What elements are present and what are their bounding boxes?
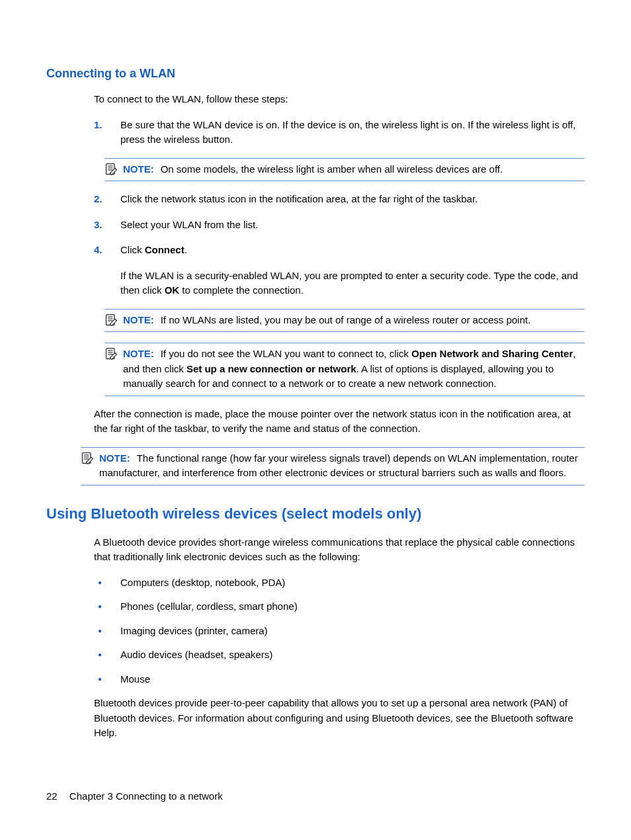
note-content: NOTE:If you do not see the WLAN you want… bbox=[123, 347, 585, 392]
note-icon bbox=[81, 452, 94, 465]
list-item: Computers (desktop, notebook, PDA) bbox=[94, 575, 585, 591]
note-icon bbox=[105, 347, 118, 360]
wlan-after-connection: After the connection is made, place the … bbox=[94, 407, 585, 437]
page-footer: 22 Chapter 3 Connecting to a network bbox=[46, 789, 223, 804]
step-text: Select your WLAN from the list. bbox=[120, 219, 258, 230]
note-label: NOTE: bbox=[123, 163, 154, 175]
note-content: NOTE:On some models, the wireless light … bbox=[123, 162, 585, 177]
note-label: NOTE: bbox=[123, 348, 154, 359]
wlan-steps-list-cont: 2. Click the network status icon in the … bbox=[94, 192, 585, 298]
note-icon bbox=[105, 314, 118, 327]
step-number: 3. bbox=[94, 218, 103, 233]
note-content: NOTE:The functional range (how far your … bbox=[99, 451, 585, 481]
note-text: The functional range (how far your wirel… bbox=[99, 452, 578, 479]
note-icon bbox=[105, 163, 118, 176]
section-heading-wlan: Connecting to a WLAN bbox=[46, 65, 585, 83]
note-label: NOTE: bbox=[99, 452, 130, 464]
note-box: NOTE:The functional range (how far your … bbox=[81, 447, 585, 485]
step-number: 1. bbox=[94, 118, 103, 133]
wlan-steps-list: 1. Be sure that the WLAN device is on. I… bbox=[94, 118, 585, 147]
section-heading-bluetooth: Using Bluetooth wireless devices (select… bbox=[46, 503, 585, 525]
step-3: 3. Select your WLAN from the list. bbox=[94, 218, 585, 233]
note-box: NOTE:If no WLANs are listed, you may be … bbox=[105, 309, 585, 333]
list-item: Audio devices (headset, speakers) bbox=[94, 648, 585, 663]
note-content: NOTE:If no WLANs are listed, you may be … bbox=[123, 313, 585, 328]
step-4-detail: If the WLAN is a security-enabled WLAN, … bbox=[120, 269, 585, 298]
step-number: 2. bbox=[94, 192, 103, 207]
step-text: Click Connect. bbox=[120, 244, 187, 255]
page-number: 22 bbox=[46, 790, 58, 802]
note-label: NOTE: bbox=[123, 314, 154, 325]
step-text: Click the network status icon in the not… bbox=[120, 193, 478, 204]
step-1: 1. Be sure that the WLAN device is on. I… bbox=[94, 118, 585, 147]
list-item: Mouse bbox=[94, 672, 585, 687]
note-text: On some models, the wireless light is am… bbox=[161, 163, 503, 175]
list-item: Imaging devices (printer, camera) bbox=[94, 624, 585, 639]
note-text: If no WLANs are listed, you may be out o… bbox=[161, 314, 530, 325]
step-4: 4. Click Connect. If the WLAN is a secur… bbox=[94, 243, 585, 298]
note-box: NOTE:If you do not see the WLAN you want… bbox=[105, 343, 585, 396]
note-box: NOTE:On some models, the wireless light … bbox=[105, 158, 585, 182]
step-number: 4. bbox=[94, 243, 103, 258]
chapter-label: Chapter 3 Connecting to a network bbox=[69, 790, 223, 802]
wlan-intro: To connect to the WLAN, follow these ste… bbox=[94, 92, 585, 107]
bluetooth-intro: A Bluetooth device provides short-range … bbox=[94, 535, 585, 565]
list-item: Phones (cellular, cordless, smart phone) bbox=[94, 599, 585, 614]
bluetooth-outro: Bluetooth devices provide peer-to-peer c… bbox=[94, 696, 585, 741]
bluetooth-list: Computers (desktop, notebook, PDA) Phone… bbox=[94, 575, 585, 687]
step-text: Be sure that the WLAN device is on. If t… bbox=[120, 119, 575, 146]
step-2: 2. Click the network status icon in the … bbox=[94, 192, 585, 207]
